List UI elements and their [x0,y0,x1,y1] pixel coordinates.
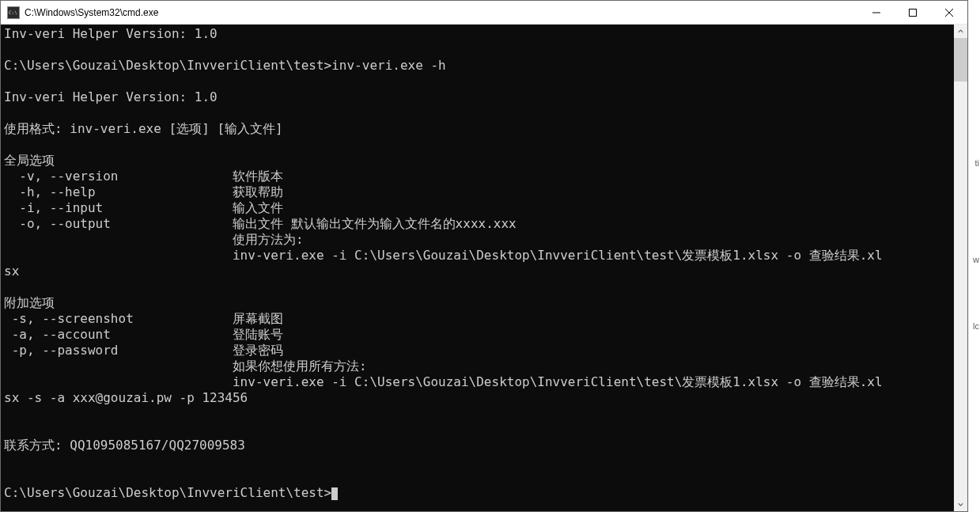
chevron-up-icon [958,28,963,34]
window-controls [858,1,967,24]
scroll-up-button[interactable] [954,25,967,38]
minimize-button[interactable] [858,1,895,24]
cmd-window: C:\Windows\System32\cmd.exe Inv-veri Hel… [0,0,968,512]
svg-rect-1 [910,9,917,16]
scroll-down-button[interactable] [954,498,967,511]
edge-hint-3: lc [973,321,979,331]
maximize-icon [909,9,917,17]
terminal-area[interactable]: Inv-veri Helper Version: 1.0 C:\Users\Go… [1,25,967,511]
scrollbar-thumb[interactable] [954,38,967,82]
edge-hint-2: w [973,255,979,264]
window-title: C:\Windows\System32\cmd.exe [25,7,858,18]
terminal-cursor [331,487,338,500]
right-background-edge: ti w lc [969,0,980,512]
vertical-scrollbar[interactable] [954,25,967,511]
close-button[interactable] [931,1,967,24]
titlebar[interactable]: C:\Windows\System32\cmd.exe [1,1,967,25]
terminal-output: Inv-veri Helper Version: 1.0 C:\Users\Go… [1,25,954,503]
terminal-prompt: C:\Users\Gouzai\Desktop\InvveriClient\te… [4,485,331,500]
maximize-button[interactable] [895,1,931,24]
chevron-down-icon [958,502,963,507]
close-icon [945,9,953,17]
cmd-icon [7,6,20,19]
scrollbar-track[interactable] [954,38,967,498]
edge-hint-1: ti [975,158,980,168]
minimize-icon [872,9,880,17]
